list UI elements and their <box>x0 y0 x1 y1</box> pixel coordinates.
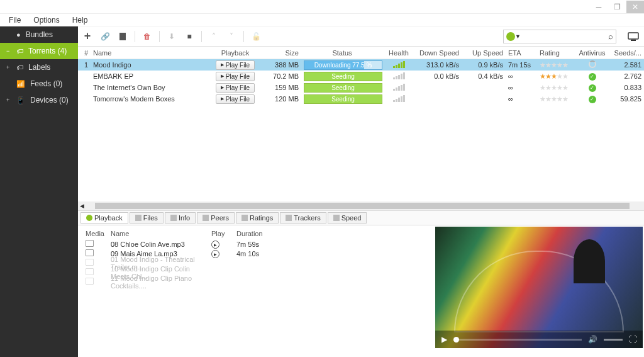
file-row[interactable]: 11 Mood Indigo Clip Piano Cocktails.... <box>83 277 430 286</box>
menu-file[interactable]: File <box>4 14 26 26</box>
remote-icon[interactable] <box>626 30 640 43</box>
sidebar-item-torrents-[interactable]: −🏷Torrents (4) <box>0 43 78 59</box>
rating-stars[interactable]: ★★★★★ <box>537 95 575 103</box>
play-file-button[interactable]: Play File <box>216 83 255 93</box>
move-down-icon[interactable]: ˅ <box>226 31 237 42</box>
antivirus-ok-icon: ✓ <box>589 73 596 81</box>
tab-files[interactable]: Files <box>130 212 164 224</box>
stop-icon[interactable]: ■ <box>184 31 195 42</box>
create-torrent-icon[interactable] <box>117 31 128 42</box>
volume-icon[interactable]: 🔊 <box>588 335 597 344</box>
tab-playback[interactable]: Playback <box>80 212 128 224</box>
move-up-icon[interactable]: ˄ <box>208 31 219 42</box>
col-up[interactable]: Up Speed <box>462 49 506 57</box>
col-down[interactable]: Down Speed <box>414 49 462 57</box>
sidebar-label: Torrents (4) <box>28 47 67 55</box>
sidebar-icon: 🏷 <box>16 64 23 71</box>
tab-active-icon <box>86 215 92 221</box>
svg-rect-0 <box>119 33 126 40</box>
col-health[interactable]: Health <box>383 49 414 57</box>
search-icon[interactable]: ⌕ <box>608 31 613 41</box>
torrent-row[interactable]: Tomorrow's Modern BoxesPlay File120 MBSe… <box>78 93 644 105</box>
rating-stars[interactable]: ★★★★★ <box>537 72 575 81</box>
play-file-button[interactable]: Play File <box>216 60 255 70</box>
antivirus-scanning-icon <box>589 60 596 68</box>
sidebar-icon: 🏷 <box>16 47 23 55</box>
tab-peers[interactable]: Peers <box>197 212 235 224</box>
tab-speed[interactable]: Speed <box>328 212 367 224</box>
video-file-icon <box>86 259 94 266</box>
video-file-icon <box>86 268 94 275</box>
col-seeds[interactable]: Seeds/... <box>609 49 644 57</box>
video-preview[interactable]: ▶ 🔊 ⛶ <box>435 227 643 348</box>
antivirus-ok-icon: ✓ <box>589 84 596 92</box>
col-num[interactable]: # <box>78 49 91 57</box>
video-progress[interactable] <box>453 339 582 341</box>
file-list: Media Name Play Duration 08 Chloe Colin … <box>78 225 435 357</box>
sidebar-item-labels[interactable]: +🏷Labels <box>0 59 78 76</box>
close-button[interactable]: ✕ <box>626 1 644 13</box>
start-icon[interactable]: ⬇ <box>166 31 177 42</box>
fcol-name[interactable]: Name <box>108 230 209 237</box>
col-eta[interactable]: ETA <box>506 49 537 57</box>
tab-trackers[interactable]: Trackers <box>280 212 326 224</box>
play-icon[interactable]: ▶ <box>211 250 219 258</box>
tab-ratings[interactable]: Ratings <box>236 212 279 224</box>
detail-tabs: PlaybackFilesInfoPeersRatingsTrackersSpe… <box>78 210 644 225</box>
add-url-icon[interactable]: 🔗 <box>99 31 111 42</box>
col-status[interactable]: Status <box>301 49 383 57</box>
horizontal-scrollbar[interactable]: ◀ <box>78 201 644 210</box>
col-playback[interactable]: Playback <box>210 49 260 57</box>
antivirus-ok-icon: ✓ <box>589 96 596 103</box>
tab-icon <box>135 215 142 221</box>
sidebar-label: Labels <box>28 63 50 72</box>
col-rating[interactable]: Rating <box>537 49 575 57</box>
sidebar-item-feeds-[interactable]: 📶Feeds (0) <box>0 76 78 92</box>
menu-options[interactable]: Options <box>28 14 64 26</box>
health-bars-icon <box>393 83 405 91</box>
play-file-button[interactable]: Play File <box>216 94 255 104</box>
health-bars-icon <box>393 60 405 68</box>
torrent-row[interactable]: EMBARK EPPlay File70.2 MBSeeding0.0 kB/s… <box>78 71 644 82</box>
maximize-button[interactable]: ❐ <box>608 1 626 13</box>
file-row[interactable]: 08 Chloe Colin Ave.mp3▶7m 59s <box>83 239 430 249</box>
status-bar: Seeding <box>304 83 382 93</box>
utorrent-icon <box>506 32 515 41</box>
col-antivirus[interactable]: Antivirus <box>575 49 609 57</box>
delete-icon[interactable]: 🗑 <box>142 31 153 42</box>
minimize-button[interactable]: ─ <box>590 1 608 13</box>
audio-file-icon <box>86 240 94 247</box>
column-headers[interactable]: # Name Playback Size Status Health Down … <box>78 47 644 59</box>
rating-stars[interactable]: ★★★★★ <box>537 61 575 69</box>
fcol-duration[interactable]: Duration <box>234 230 284 237</box>
play-icon[interactable]: ▶ <box>211 241 219 249</box>
fcol-media[interactable]: Media <box>83 230 108 237</box>
video-play-icon[interactable]: ▶ <box>441 335 447 344</box>
col-name[interactable]: Name <box>91 49 210 57</box>
fcol-play[interactable]: Play <box>209 230 234 237</box>
sidebar-item-bundles[interactable]: ●Bundles <box>0 26 78 43</box>
sidebar-item-devices-[interactable]: +📱Devices (0) <box>0 92 78 108</box>
tab-icon <box>242 215 248 221</box>
svg-rect-2 <box>631 40 636 41</box>
volume-slider[interactable] <box>604 339 623 341</box>
torrent-row[interactable]: 1Mood IndigoPlay File388 MBDownloading 7… <box>78 59 644 71</box>
play-file-button[interactable]: Play File <box>216 72 255 81</box>
tab-info[interactable]: Info <box>165 212 196 224</box>
fullscreen-icon[interactable]: ⛶ <box>629 335 636 344</box>
unlock-icon[interactable]: 🔓 <box>250 31 262 42</box>
rating-stars[interactable]: ★★★★★ <box>537 84 575 92</box>
sidebar: ●Bundles−🏷Torrents (4)+🏷Labels📶Feeds (0)… <box>0 26 78 357</box>
video-controls: ▶ 🔊 ⛶ <box>435 331 643 348</box>
add-torrent-icon[interactable]: + <box>82 31 93 42</box>
status-bar: Seeding <box>304 94 382 104</box>
menu-help[interactable]: Help <box>67 14 93 26</box>
torrent-list: # Name Playback Size Status Health Down … <box>78 47 644 210</box>
status-bar: Downloading 77.5 % <box>304 60 382 70</box>
torrent-row[interactable]: The Internet's Own BoyPlay File159 MBSee… <box>78 82 644 93</box>
menubar: File Options Help <box>0 14 644 26</box>
tab-icon <box>333 215 340 221</box>
col-size[interactable]: Size <box>260 49 301 57</box>
search-box[interactable]: ▼ ⌕ <box>503 30 616 43</box>
video-file-icon <box>86 278 94 285</box>
